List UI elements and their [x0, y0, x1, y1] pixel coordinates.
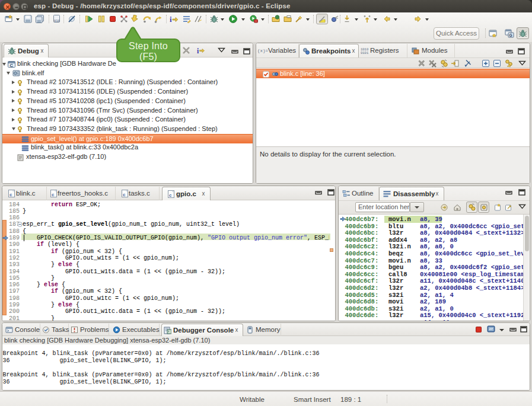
svg-text:c: c — [123, 192, 126, 197]
svg-text:i: i — [197, 47, 199, 55]
svg-text:c: c — [169, 193, 172, 198]
svg-text:c: c — [9, 192, 12, 197]
svg-text:i: i — [170, 15, 172, 23]
svg-text:010: 010 — [54, 19, 60, 23]
svg-text:c: c — [52, 192, 55, 197]
svg-text:0101: 0101 — [361, 51, 369, 55]
svg-text:(x)=: (x)= — [257, 49, 269, 53]
svg-text:G: G — [509, 33, 512, 37]
svg-text:C: C — [10, 62, 14, 68]
